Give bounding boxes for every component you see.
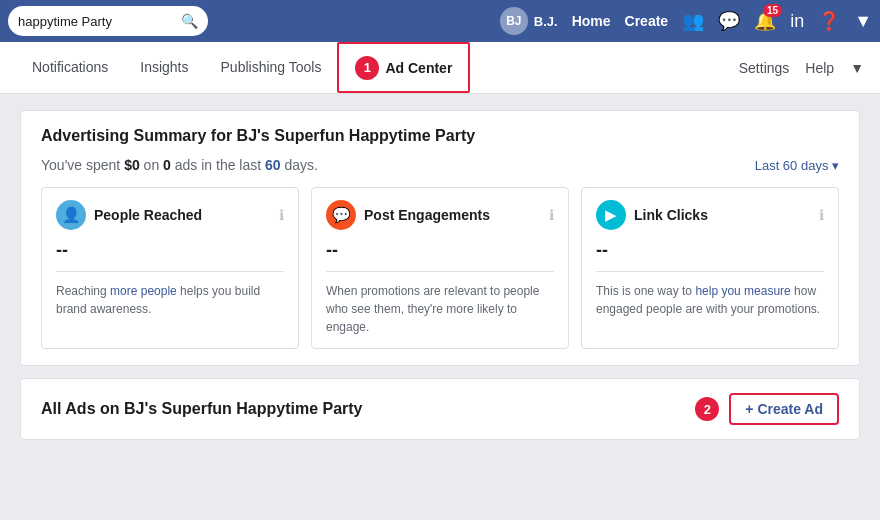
- top-nav-right: BJ B.J. Home Create 👥 💬 🔔 15 in ❓ ▼: [500, 7, 872, 35]
- people-reached-info-icon[interactable]: ℹ: [279, 207, 284, 223]
- top-navigation: 🔍 BJ B.J. Home Create 👥 💬 🔔 15 in ❓ ▼: [0, 0, 880, 42]
- search-bar[interactable]: 🔍: [8, 6, 208, 36]
- people-reached-value: --: [56, 240, 284, 261]
- avatar: BJ: [500, 7, 528, 35]
- link-clicks-info-icon[interactable]: ℹ: [819, 207, 824, 223]
- user-profile[interactable]: BJ B.J.: [500, 7, 558, 35]
- all-ads-title: All Ads on BJ's Superfun Happytime Party: [41, 400, 363, 418]
- all-ads-bar: All Ads on BJ's Superfun Happytime Party…: [20, 378, 860, 440]
- all-ads-right: 2 + Create Ad: [695, 393, 839, 425]
- metric-divider-3: [596, 271, 824, 272]
- post-engagements-value: --: [326, 240, 554, 261]
- post-engagements-desc: When promotions are relevant to people w…: [326, 282, 554, 336]
- help-icon[interactable]: ❓: [818, 10, 840, 32]
- metrics-row: 👤 People Reached ℹ -- Reaching more peop…: [41, 187, 839, 349]
- people-reached-icon: 👤: [56, 200, 86, 230]
- metric-header-3: ▶ Link Clicks ℹ: [596, 200, 824, 230]
- user-name: B.J.: [534, 14, 558, 29]
- help-link[interactable]: Help ▼: [805, 60, 864, 76]
- linkedin-icon[interactable]: in: [790, 11, 804, 32]
- create-ad-button[interactable]: + Create Ad: [729, 393, 839, 425]
- people-reached-label: People Reached: [94, 207, 202, 223]
- post-engagements-info-icon[interactable]: ℹ: [549, 207, 554, 223]
- post-engagements-card: 💬 Post Engagements ℹ -- When promotions …: [311, 187, 569, 349]
- notification-badge: 15: [763, 4, 782, 17]
- top-nav-left: 🔍: [8, 6, 208, 36]
- last-days-filter[interactable]: Last 60 days ▾: [755, 158, 839, 173]
- more-icon[interactable]: ▼: [854, 11, 872, 32]
- friends-icon[interactable]: 👥: [682, 10, 704, 32]
- summary-line: You've spent $0 on 0 ads in the last 60 …: [41, 157, 839, 173]
- summary-text: You've spent $0 on 0 ads in the last 60 …: [41, 157, 318, 173]
- summary-title: Advertising Summary for BJ's Superfun Ha…: [41, 127, 839, 145]
- create-link[interactable]: Create: [625, 13, 669, 29]
- step2-badge: 2: [695, 397, 719, 421]
- notifications-icon[interactable]: 🔔 15: [754, 10, 776, 32]
- sub-nav-tabs: Notifications Insights Publishing Tools …: [16, 42, 470, 93]
- tab-insights[interactable]: Insights: [124, 42, 204, 93]
- sub-nav-right: Settings Help ▼: [739, 60, 864, 76]
- post-engagements-label: Post Engagements: [364, 207, 490, 223]
- metric-divider-2: [326, 271, 554, 272]
- metric-header-1: 👤 People Reached ℹ: [56, 200, 284, 230]
- link-clicks-icon: ▶: [596, 200, 626, 230]
- metric-divider-1: [56, 271, 284, 272]
- people-reached-desc: Reaching more people helps you build bra…: [56, 282, 284, 318]
- link-clicks-card: ▶ Link Clicks ℹ -- This is one way to he…: [581, 187, 839, 349]
- search-input[interactable]: [18, 14, 175, 29]
- tab-publishing[interactable]: Publishing Tools: [205, 42, 338, 93]
- metric-header-2: 💬 Post Engagements ℹ: [326, 200, 554, 230]
- advertising-summary-card: Advertising Summary for BJ's Superfun Ha…: [20, 110, 860, 366]
- main-content: Advertising Summary for BJ's Superfun Ha…: [0, 94, 880, 456]
- tab-notifications[interactable]: Notifications: [16, 42, 124, 93]
- link-clicks-label: Link Clicks: [634, 207, 708, 223]
- step1-badge: 1: [355, 56, 379, 80]
- tab-ad-center[interactable]: 1 Ad Center: [337, 42, 470, 93]
- sub-navigation: Notifications Insights Publishing Tools …: [0, 42, 880, 94]
- people-reached-card: 👤 People Reached ℹ -- Reaching more peop…: [41, 187, 299, 349]
- link-clicks-value: --: [596, 240, 824, 261]
- messenger-icon[interactable]: 💬: [718, 10, 740, 32]
- post-engagements-icon: 💬: [326, 200, 356, 230]
- settings-link[interactable]: Settings: [739, 60, 790, 76]
- home-link[interactable]: Home: [572, 13, 611, 29]
- link-clicks-desc: This is one way to help you measure how …: [596, 282, 824, 318]
- search-icon[interactable]: 🔍: [181, 13, 198, 29]
